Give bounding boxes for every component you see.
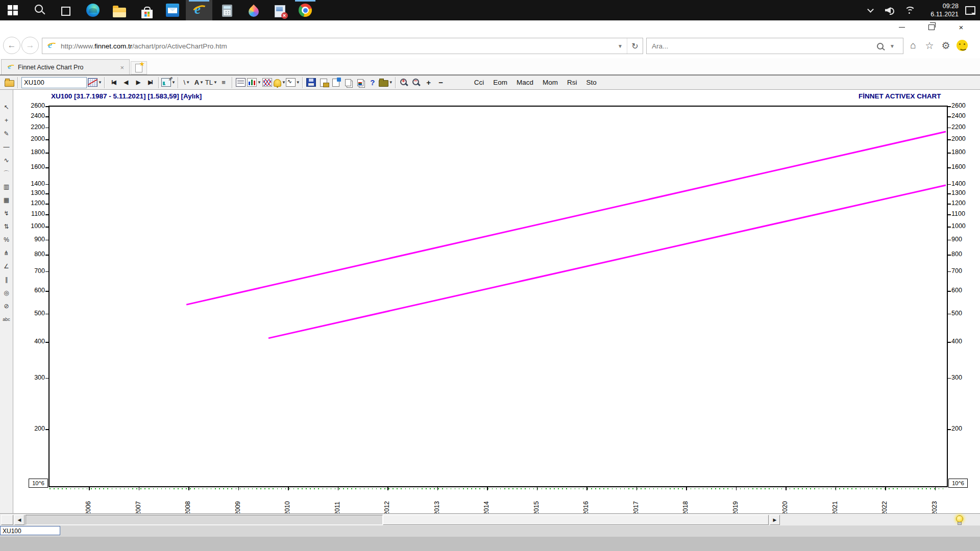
taskbar-item-chrome[interactable] [292, 0, 318, 20]
x-axis-label: 2008 [184, 493, 191, 515]
help-button[interactable]: ? [366, 77, 379, 89]
tool-arc-button[interactable]: ⌒ [1, 167, 13, 180]
indicator-sto-button[interactable]: Sto [581, 79, 601, 86]
search-dropdown-icon[interactable]: ▼ [886, 43, 899, 49]
copy-button[interactable] [342, 77, 354, 89]
indicator-mom-button[interactable]: Mom [538, 79, 562, 86]
workspace-folder-button[interactable]: ▼ [379, 77, 393, 89]
taskbar-apps [0, 0, 318, 20]
notification-center-button[interactable] [961, 0, 980, 20]
taskbar-item-start[interactable] [0, 0, 27, 20]
taskbar-item-internet-explorer[interactable] [186, 0, 212, 20]
compare-chart-button[interactable] [261, 77, 274, 89]
minimize-button[interactable] [889, 20, 915, 34]
go-first-button[interactable]: Ι◀ [107, 77, 119, 89]
file-explorer-icon [113, 8, 126, 17]
restore-button[interactable] [919, 20, 944, 34]
annotation-button[interactable] [235, 77, 247, 89]
tool-percent-button[interactable]: % [1, 234, 13, 246]
zoom-out-button[interactable] [410, 77, 423, 89]
new-tab-button[interactable] [131, 61, 147, 74]
close-button[interactable]: × [948, 20, 974, 34]
tab-close-icon[interactable]: × [115, 64, 129, 71]
trend-line-tool-button[interactable]: \▼ [181, 77, 193, 89]
tool-channel-button[interactable]: ∥ [1, 273, 13, 286]
open-folder-button[interactable] [3, 77, 15, 89]
forward-button[interactable]: → [21, 37, 39, 54]
indicator-cci-button[interactable]: Cci [470, 79, 489, 86]
indicator-eom-button[interactable]: Eom [488, 79, 512, 86]
y-tick [45, 271, 48, 272]
copy-image-button[interactable] [354, 77, 366, 89]
increase-button[interactable]: + [423, 77, 435, 89]
mini-chart-button[interactable]: ▼ [286, 77, 300, 89]
window-titlebar: × [0, 20, 980, 34]
zoom-in-button[interactable] [398, 77, 410, 89]
search-box[interactable]: Ara... ▼ [646, 38, 903, 54]
trend-channel-line[interactable] [186, 132, 946, 305]
save-button[interactable] [305, 77, 317, 89]
address-dropdown-icon[interactable]: ▼ [614, 43, 627, 49]
tool-trend-curve-button[interactable]: ∿ [1, 154, 13, 166]
taskbar-clock[interactable]: 09:28 6.11.2021 [919, 2, 961, 18]
tool-eraser-button[interactable]: ⊘ [1, 300, 13, 312]
tool-pencil-button[interactable]: ✎ [1, 128, 13, 140]
tool-angle-button[interactable]: ∠ [1, 260, 13, 272]
indicator-rsi-button[interactable]: Rsi [562, 79, 582, 86]
decrease-button[interactable]: − [435, 77, 447, 89]
taskbar-item-store[interactable] [133, 0, 159, 20]
symbol-input[interactable]: XU100 [0, 526, 60, 535]
page-settings-button[interactable] [330, 77, 342, 89]
currency-tool-button[interactable]: TL▼ [205, 77, 217, 89]
tool-text-abc-button[interactable]: abc [1, 313, 13, 325]
text-tool-button[interactable]: A▼ [193, 77, 205, 89]
tool-pointer-button[interactable]: ↖ [1, 101, 13, 113]
tool-ellipse-button[interactable]: ◎ [1, 287, 13, 299]
refresh-icon[interactable]: ↻ [627, 38, 643, 54]
home-button[interactable]: ⌂ [906, 39, 920, 52]
tool-up-down-button[interactable]: ⇅ [1, 220, 13, 233]
plot-area[interactable] [48, 106, 948, 487]
alarm-button[interactable]: ▼ [274, 77, 286, 89]
bar-chart-type-button[interactable]: ▼ [247, 77, 261, 89]
search-icon[interactable] [877, 43, 884, 49]
tab-finnet-active-chart-pro[interactable]: Finnet Active Chart Pro × [1, 59, 130, 75]
address-bar[interactable]: http://www.finnet.com.tr/achart/pro/Acti… [42, 38, 643, 54]
go-next-button[interactable]: ▶ [132, 77, 144, 89]
go-last-button[interactable]: ▶Ι [144, 77, 156, 89]
taskbar-item-task-view[interactable] [53, 0, 80, 20]
chart-edit-button[interactable]: ▼ [161, 77, 176, 89]
taskbar-item-mail[interactable] [159, 0, 186, 20]
favorites-button[interactable]: ☆ [923, 39, 936, 52]
taskbar-item-calculator[interactable] [212, 0, 239, 20]
network-button[interactable] [899, 0, 919, 20]
settings-button[interactable]: ⚙ [939, 39, 952, 52]
tool-grid-button[interactable]: ▦ [1, 194, 13, 206]
back-button[interactable]: ← [3, 37, 20, 54]
scrollbar-track[interactable] [26, 515, 383, 525]
tool-horizontal-line-button[interactable]: — [1, 141, 13, 153]
feedback-smiley-button[interactable] [957, 40, 968, 51]
taskbar-item-paint3d[interactable] [239, 0, 265, 20]
taskbar-item-search[interactable] [27, 0, 53, 20]
volume-button[interactable] [880, 0, 899, 20]
tool-crosshair-button[interactable]: + [1, 114, 13, 127]
lightbulb-icon[interactable] [955, 515, 963, 524]
go-previous-button[interactable]: ◀ [119, 77, 132, 89]
taskbar-item-file-explorer[interactable] [106, 0, 133, 20]
export-button[interactable] [317, 77, 330, 89]
taskbar-item-edge[interactable] [80, 0, 106, 20]
scroll-left-button[interactable]: ◀ [14, 515, 24, 525]
line-list-button[interactable]: ≡ [217, 77, 230, 89]
indicator-macd-button[interactable]: Macd [512, 79, 538, 86]
y-tick [45, 314, 48, 315]
toolbar-symbol-input[interactable] [21, 77, 87, 88]
scroll-right-button[interactable]: ▶ [770, 515, 780, 525]
tool-histogram-button[interactable]: ▥ [1, 181, 13, 193]
tray-expand-button[interactable] [861, 0, 880, 20]
chart-style-button[interactable]: ▼ [88, 77, 102, 89]
taskbar-item-installer[interactable] [265, 0, 292, 20]
scrollbar-thumb[interactable] [383, 515, 769, 525]
tool-zigzag-button[interactable]: ↯ [1, 207, 13, 219]
tool-fibonacci-button[interactable]: ⋔ [1, 247, 13, 259]
